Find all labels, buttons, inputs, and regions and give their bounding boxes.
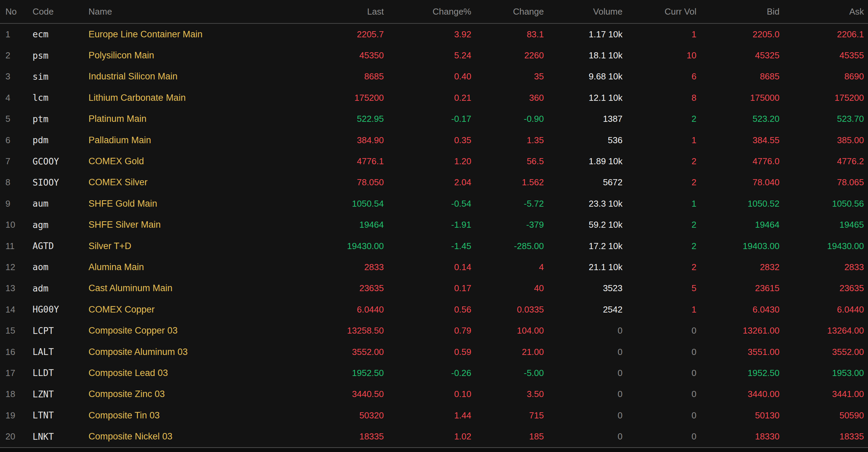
table-row[interactable]: 19 LTNT Composite Tin 03 50320 1.44 715 … bbox=[0, 405, 868, 426]
column-header-change[interactable]: Change bbox=[471, 6, 544, 17]
instrument-code: AGTD bbox=[33, 241, 88, 251]
last-price: 1952.50 bbox=[258, 368, 384, 378]
instrument-name[interactable]: COMEX Silver bbox=[88, 177, 258, 188]
change-percent: 0.17 bbox=[384, 283, 471, 294]
change-value: 4 bbox=[471, 262, 544, 272]
bid-price: 13261.00 bbox=[696, 325, 780, 336]
current-volume: 0 bbox=[623, 368, 696, 378]
instrument-name[interactable]: Composite Tin 03 bbox=[88, 410, 258, 421]
column-header-code[interactable]: Code bbox=[33, 6, 88, 17]
column-header-bid[interactable]: Bid bbox=[696, 6, 780, 17]
instrument-name[interactable]: Composite Copper 03 bbox=[88, 325, 258, 336]
column-header-name[interactable]: Name bbox=[88, 6, 258, 17]
instrument-name[interactable]: Composite Aluminum 03 bbox=[88, 347, 258, 357]
volume: 0 bbox=[544, 389, 623, 399]
ask-price: 3552.00 bbox=[780, 347, 864, 357]
instrument-name[interactable]: SHFE Silver Main bbox=[88, 220, 258, 230]
instrument-name[interactable]: Cast Aluminum Main bbox=[88, 283, 258, 294]
instrument-name[interactable]: Alumina Main bbox=[88, 262, 258, 272]
column-header-curr-vol[interactable]: Curr Vol bbox=[623, 6, 696, 17]
table-row[interactable]: 10 agm SHFE Silver Main 19464 -1.91 -379… bbox=[0, 214, 868, 236]
instrument-name[interactable]: Composite Zinc 03 bbox=[88, 389, 258, 399]
bid-price: 8685 bbox=[696, 71, 780, 82]
instrument-code: HG00Y bbox=[33, 304, 88, 315]
change-percent: 0.10 bbox=[384, 389, 471, 399]
change-percent: 2.04 bbox=[384, 177, 471, 188]
table-row[interactable]: 4 lcm Lithium Carbonate Main 175200 0.21… bbox=[0, 87, 868, 108]
table-row[interactable]: 14 HG00Y COMEX Copper 6.0440 0.56 0.0335… bbox=[0, 299, 868, 320]
last-price: 45350 bbox=[258, 50, 384, 61]
instrument-name[interactable]: Lithium Carbonate Main bbox=[88, 93, 258, 103]
table-row[interactable]: 3 sim Industrial Silicon Main 8685 0.40 … bbox=[0, 66, 868, 87]
last-price: 13258.50 bbox=[258, 325, 384, 336]
change-value: 1.35 bbox=[471, 135, 544, 146]
current-volume: 10 bbox=[623, 50, 696, 61]
instrument-name[interactable]: Composite Nickel 03 bbox=[88, 431, 258, 442]
table-row[interactable]: 17 LLDT Composite Lead 03 1952.50 -0.26 … bbox=[0, 362, 868, 383]
table-row[interactable]: 8 SIOOY COMEX Silver 78.050 2.04 1.562 5… bbox=[0, 172, 868, 193]
change-value: 40 bbox=[471, 283, 544, 294]
instrument-name[interactable]: Europe Line Container Main bbox=[88, 29, 258, 40]
current-volume: 0 bbox=[623, 347, 696, 357]
change-percent: -1.91 bbox=[384, 220, 471, 230]
table-row[interactable]: 6 pdm Palladium Main 384.90 0.35 1.35 53… bbox=[0, 130, 868, 151]
bid-price: 45325 bbox=[696, 50, 780, 61]
table-row[interactable]: 7 GCOOY COMEX Gold 4776.1 1.20 56.5 1.89… bbox=[0, 151, 868, 172]
instrument-name[interactable]: COMEX Gold bbox=[88, 156, 258, 167]
table-row[interactable]: 18 LZNT Composite Zinc 03 3440.50 0.10 3… bbox=[0, 384, 868, 405]
row-number: 7 bbox=[5, 156, 33, 167]
instrument-name[interactable]: Industrial Silicon Main bbox=[88, 71, 258, 82]
volume: 59.2 10k bbox=[544, 220, 623, 230]
row-number: 6 bbox=[5, 135, 33, 146]
market-watchlist: No Code Name Last Change% Change Volume … bbox=[0, 0, 868, 452]
last-price: 23635 bbox=[258, 283, 384, 294]
ask-price: 78.065 bbox=[780, 177, 864, 188]
instrument-name[interactable]: Silver T+D bbox=[88, 241, 258, 251]
instrument-name[interactable]: COMEX Copper bbox=[88, 304, 258, 315]
instrument-name[interactable]: Palladium Main bbox=[88, 135, 258, 146]
column-header-ask[interactable]: Ask bbox=[780, 6, 864, 17]
change-percent: 0.59 bbox=[384, 347, 471, 357]
current-volume: 2 bbox=[623, 220, 696, 230]
table-row[interactable]: 16 LALT Composite Aluminum 03 3552.00 0.… bbox=[0, 341, 868, 362]
volume: 1387 bbox=[544, 114, 623, 124]
column-header-change-pct[interactable]: Change% bbox=[384, 6, 471, 17]
column-header-last[interactable]: Last bbox=[258, 6, 384, 17]
table-row[interactable]: 20 LNKT Composite Nickel 03 18335 1.02 1… bbox=[0, 426, 868, 447]
change-value: 83.1 bbox=[471, 29, 544, 40]
table-row[interactable]: 12 aom Alumina Main 2833 0.14 4 21.1 10k… bbox=[0, 257, 868, 278]
ask-price: 175200 bbox=[780, 93, 864, 103]
instrument-name[interactable]: SHFE Gold Main bbox=[88, 199, 258, 209]
instrument-name[interactable]: Platinum Main bbox=[88, 114, 258, 124]
table-row[interactable]: 13 adm Cast Aluminum Main 23635 0.17 40 … bbox=[0, 278, 868, 299]
change-value: 3.50 bbox=[471, 389, 544, 399]
instrument-name[interactable]: Composite Lead 03 bbox=[88, 368, 258, 378]
volume: 12.1 10k bbox=[544, 93, 623, 103]
table-row[interactable]: 15 LCPT Composite Copper 03 13258.50 0.7… bbox=[0, 320, 868, 341]
change-percent: 0.21 bbox=[384, 93, 471, 103]
instrument-code: adm bbox=[33, 283, 88, 294]
current-volume: 1 bbox=[623, 304, 696, 315]
table-row[interactable]: 5 ptm Platinum Main 522.95 -0.17 -0.90 1… bbox=[0, 109, 868, 130]
table-row[interactable]: 9 aum SHFE Gold Main 1050.54 -0.54 -5.72… bbox=[0, 193, 868, 214]
change-value: 2260 bbox=[471, 50, 544, 61]
table-row[interactable]: 11 AGTD Silver T+D 19430.00 -1.45 -285.0… bbox=[0, 236, 868, 257]
bid-price: 6.0430 bbox=[696, 304, 780, 315]
column-header-no[interactable]: No bbox=[5, 6, 33, 17]
change-percent: -0.54 bbox=[384, 199, 471, 209]
instrument-name[interactable]: Polysilicon Main bbox=[88, 50, 258, 61]
change-percent: 1.44 bbox=[384, 410, 471, 421]
volume: 18.1 10k bbox=[544, 50, 623, 61]
ask-price: 2833 bbox=[780, 262, 864, 272]
table-row[interactable]: 2 psm Polysilicon Main 45350 5.24 2260 1… bbox=[0, 45, 868, 66]
quote-rows: 1 ecm Europe Line Container Main 2205.7 … bbox=[0, 24, 868, 447]
column-header-volume[interactable]: Volume bbox=[544, 6, 623, 17]
ask-price: 2206.1 bbox=[780, 29, 864, 40]
change-value: 56.5 bbox=[471, 156, 544, 167]
current-volume: 0 bbox=[623, 389, 696, 399]
volume: 17.2 10k bbox=[544, 241, 623, 251]
ask-price: 385.00 bbox=[780, 135, 864, 146]
table-row[interactable]: 1 ecm Europe Line Container Main 2205.7 … bbox=[0, 24, 868, 45]
instrument-code: sim bbox=[33, 72, 88, 82]
last-price: 78.050 bbox=[258, 177, 384, 188]
